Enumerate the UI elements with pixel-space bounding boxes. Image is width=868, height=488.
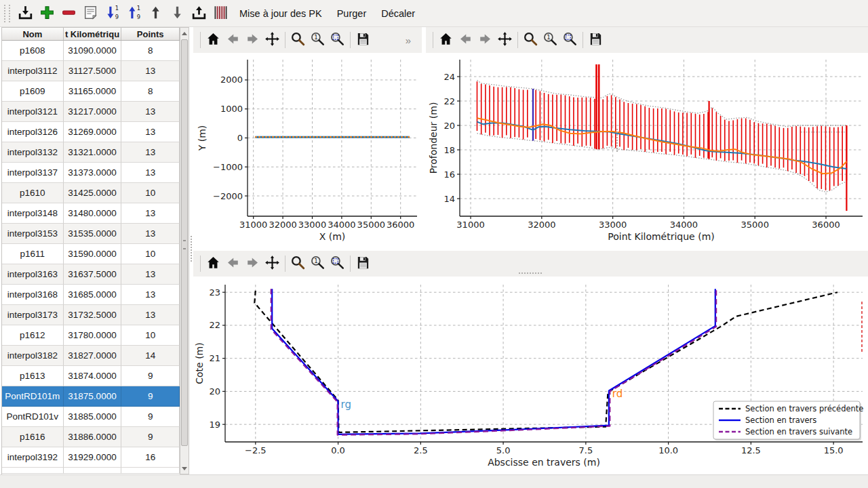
section-back-button[interactable] <box>223 253 243 274</box>
row-pk-cell[interactable]: 31780.0000 <box>64 325 122 346</box>
row-pk-cell[interactable]: 31127.5000 <box>64 61 122 81</box>
plan-home-button[interactable] <box>203 30 223 50</box>
row-points-cell[interactable]: 9 <box>121 386 180 407</box>
row-points-cell[interactable]: 13 <box>121 305 180 325</box>
row-nom-cell[interactable]: interpol3173 <box>2 305 64 325</box>
row-points-cell[interactable]: 8 <box>121 41 180 61</box>
section-zoom-one-button[interactable]: 1 <box>308 253 328 274</box>
profile-zoom-one-button[interactable]: 1 <box>540 30 560 50</box>
row-points-cell[interactable]: 8 <box>121 81 180 102</box>
row-points-cell[interactable]: 9 <box>121 407 180 427</box>
row-nom-cell[interactable]: interpol3126 <box>2 122 64 142</box>
sort-ascending-button[interactable]: 19 <box>123 2 144 25</box>
row-pk-cell[interactable]: 31269.0000 <box>64 122 122 142</box>
row-points-cell[interactable]: 13 <box>121 264 180 285</box>
row-points-cell[interactable]: 13 <box>121 102 180 122</box>
profile-save-button[interactable] <box>586 30 606 50</box>
table-row[interactable]: interpol311231127.500013 <box>2 61 180 81</box>
plan-zoom-button[interactable] <box>288 30 308 50</box>
row-nom-cell[interactable]: p1613 <box>2 366 64 386</box>
profile-forward-button[interactable] <box>475 30 495 50</box>
table-row[interactable]: p161631886.00009 <box>2 427 180 447</box>
column-header-nom[interactable]: Nom <box>2 28 64 40</box>
profile-chart-canvas[interactable]: 3100032000330003400035000360001416182022… <box>426 53 868 251</box>
table-row[interactable]: p161131590.000010 <box>2 244 180 264</box>
row-pk-cell[interactable]: 31480.0000 <box>64 203 122 224</box>
table-row[interactable]: interpol319231929.000016 <box>2 447 180 468</box>
row-pk-cell[interactable]: 31165.0000 <box>64 81 122 102</box>
table-row[interactable]: interpol312631269.000013 <box>2 122 180 142</box>
row-points-cell[interactable]: 13 <box>121 285 180 305</box>
row-nom-cell[interactable]: p1612 <box>2 325 64 346</box>
table-row[interactable]: PontRD101m31875.00009 <box>2 386 180 407</box>
row-nom-cell[interactable]: interpol3132 <box>2 142 64 163</box>
row-pk-cell[interactable]: 31217.0000 <box>64 102 122 122</box>
row-pk-cell[interactable]: 31875.0000 <box>64 386 122 407</box>
scroll-down-button[interactable] <box>180 463 189 474</box>
table-row[interactable]: interpol317331732.500013 <box>2 305 180 325</box>
table-row[interactable]: interpol318231827.000014 <box>2 346 180 366</box>
row-nom-cell[interactable]: p1610 <box>2 183 64 203</box>
row-points-cell[interactable]: 9 <box>121 366 180 386</box>
row-pk-cell[interactable]: 31874.0000 <box>64 366 122 386</box>
plan-pan-button[interactable] <box>262 30 282 50</box>
row-pk-cell[interactable]: 31886.0000 <box>64 427 122 447</box>
horizontal-splitter[interactable] <box>519 272 542 275</box>
shift-button[interactable]: Décaler <box>374 4 422 23</box>
table-row[interactable]: interpol313731373.000013 <box>2 163 180 183</box>
row-pk-cell[interactable]: 31929.0000 <box>64 447 122 468</box>
row-pk-cell[interactable]: 31685.0000 <box>64 285 122 305</box>
profile-home-button[interactable] <box>436 30 456 50</box>
scroll-up-button[interactable] <box>180 28 189 39</box>
row-points-cell[interactable]: 13 <box>121 142 180 163</box>
row-nom-cell[interactable]: interpol3137 <box>2 163 64 183</box>
row-nom-cell[interactable]: interpol3182 <box>2 346 64 366</box>
plan-back-button[interactable] <box>223 30 243 50</box>
profile-zoom-button[interactable] <box>521 30 540 50</box>
row-pk-cell[interactable]: 31090.0000 <box>64 41 122 61</box>
row-points-cell[interactable]: 9 <box>121 427 180 447</box>
row-pk-cell[interactable]: 31637.5000 <box>64 264 122 285</box>
row-points-cell[interactable]: 13 <box>121 122 180 142</box>
section-pan-button[interactable] <box>262 253 282 274</box>
vertical-splitter-mid[interactable] <box>616 129 619 152</box>
row-points-cell[interactable]: 10 <box>121 244 180 264</box>
update-pk-button[interactable]: Mise à jour des PK <box>233 4 329 23</box>
table-row[interactable]: interpol316831685.000013 <box>2 285 180 305</box>
import-button[interactable] <box>14 2 36 25</box>
move-up-button[interactable] <box>144 2 166 25</box>
profile-back-button[interactable] <box>456 30 475 50</box>
table-row[interactable]: p160831090.00008 <box>2 41 180 61</box>
column-header-points[interactable]: Points <box>121 28 180 40</box>
row-nom-cell[interactable]: interpol3153 <box>2 224 64 244</box>
row-pk-cell[interactable]: 31535.0000 <box>64 224 122 244</box>
row-points-cell[interactable]: 10 <box>121 183 180 203</box>
row-points-cell[interactable]: 14 <box>121 346 180 366</box>
toolbar-grip[interactable] <box>4 5 10 22</box>
row-points-cell[interactable]: 16 <box>121 447 180 468</box>
scrollbar-thumb[interactable] <box>181 39 188 446</box>
row-nom-cell[interactable]: p1608 <box>2 41 64 61</box>
section-zoom-button[interactable] <box>288 253 308 274</box>
section-chart-canvas[interactable]: rgrd−2.50.02.55.07.510.012.515.019202122… <box>193 277 868 474</box>
plan-chart-canvas[interactable]: 310003200033000340003500036000−2000−1000… <box>193 53 422 251</box>
row-points-cell[interactable]: 13 <box>121 224 180 244</box>
row-pk-cell[interactable]: 31732.5000 <box>64 305 122 325</box>
table-row[interactable]: interpol313231321.000013 <box>2 142 180 163</box>
plan-save-button[interactable] <box>353 30 373 50</box>
table-row[interactable]: interpol314831480.000013 <box>2 203 180 224</box>
purge-button[interactable]: Purger <box>330 4 374 23</box>
row-nom-cell[interactable]: PontRD101v <box>2 407 64 427</box>
row-nom-cell[interactable]: interpol3121 <box>2 102 64 122</box>
toolbar-overflow-button[interactable]: » <box>401 34 415 47</box>
row-nom-cell[interactable]: p1609 <box>2 81 64 102</box>
table-scrollbar[interactable] <box>180 27 189 474</box>
section-forward-button[interactable] <box>243 253 262 274</box>
move-down-button[interactable] <box>166 2 188 25</box>
row-nom-cell[interactable]: interpol3163 <box>2 264 64 285</box>
row-nom-cell[interactable]: PontRD101m <box>2 386 64 407</box>
table-row[interactable]: interpol312131217.000013 <box>2 102 180 122</box>
row-pk-cell[interactable]: 31425.0000 <box>64 183 122 203</box>
sort-descending-button[interactable]: 19 <box>101 2 123 25</box>
row-pk-cell[interactable]: 31827.0000 <box>64 346 122 366</box>
